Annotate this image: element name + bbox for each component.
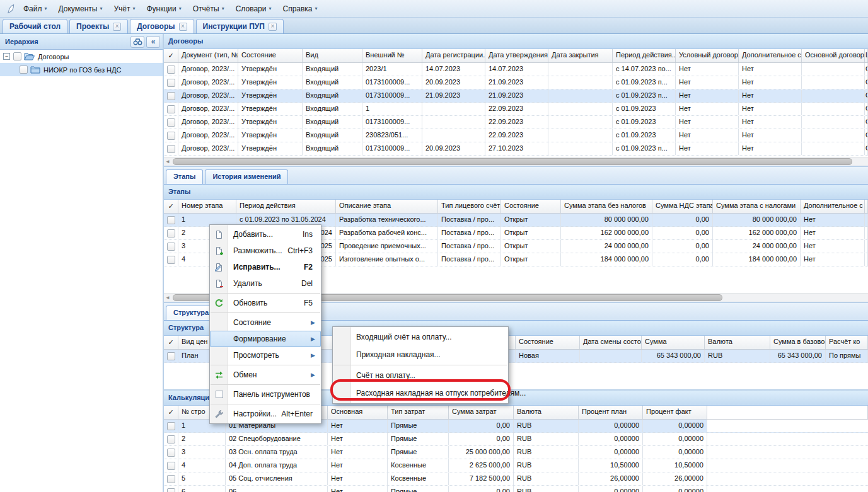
collapse-node-icon[interactable]: − bbox=[3, 53, 10, 60]
workspace-tab[interactable]: Рабочий стол bbox=[3, 19, 67, 33]
menu-item-add[interactable]: Добавить...Ins bbox=[210, 226, 321, 243]
row-checkbox[interactable] bbox=[167, 352, 175, 360]
row-checkbox[interactable] bbox=[167, 475, 175, 483]
scroll-left-icon[interactable]: ◄ bbox=[165, 157, 170, 166]
submenu-item-outgoing-delivery-note[interactable]: Расходная накладная на отпуск потребител… bbox=[333, 384, 508, 402]
tree-node[interactable]: НИОКР по ГОЗ без НДС bbox=[0, 63, 163, 76]
menu-item-state[interactable]: Состояние▶ bbox=[210, 314, 321, 331]
menu-item-settings[interactable]: Настройки...Alt+Enter bbox=[210, 406, 321, 422]
row-checkbox[interactable] bbox=[167, 462, 175, 470]
menu-item-refresh[interactable]: ОбновитьF5 bbox=[210, 295, 321, 311]
menubar-item[interactable]: Справка▾ bbox=[277, 2, 323, 16]
row-checkbox[interactable] bbox=[167, 105, 175, 113]
menubar-item[interactable]: Учёт▾ bbox=[108, 2, 141, 16]
column-header[interactable]: Сумма в базовой в bbox=[770, 336, 826, 349]
column-header[interactable]: Дата регистрации. bbox=[422, 49, 485, 62]
collapse-panel-button[interactable]: « bbox=[146, 36, 160, 48]
section-tab[interactable]: История изменений bbox=[205, 169, 288, 184]
row-checkbox[interactable] bbox=[167, 118, 175, 127]
menu-item-view[interactable]: Просмотреть▶ bbox=[210, 347, 321, 363]
menubar-item[interactable]: Файл▾ bbox=[18, 2, 53, 16]
column-header[interactable]: Валюта bbox=[514, 406, 579, 419]
menu-item-formation[interactable]: Формирование▶ bbox=[210, 331, 321, 347]
column-header[interactable]: Условный договор bbox=[676, 49, 739, 62]
column-header[interactable]: Состояние bbox=[238, 49, 303, 62]
node-checkbox[interactable] bbox=[20, 66, 28, 74]
row-checkbox[interactable] bbox=[167, 145, 175, 153]
contracts-hscrollbar[interactable]: ◄ bbox=[164, 157, 868, 166]
column-header[interactable]: Сумма НДС этапа bbox=[652, 200, 713, 213]
menubar-item[interactable]: Словари▾ bbox=[230, 2, 277, 16]
column-header[interactable]: Основная bbox=[328, 406, 388, 419]
row-checkbox[interactable] bbox=[167, 488, 175, 492]
table-row[interactable]: Договор, 2023/...УтверждёнВходящий017310… bbox=[164, 116, 868, 129]
column-header[interactable]: Период действия.. bbox=[613, 49, 676, 62]
section-tab[interactable]: Структура bbox=[166, 306, 216, 320]
column-header[interactable]: Дополнительное с bbox=[801, 200, 865, 213]
column-header[interactable]: Валюта bbox=[705, 336, 770, 349]
table-row[interactable]: Договор, 2023/...УтверждёнВходящий017310… bbox=[164, 142, 868, 156]
column-header[interactable]: Номер этапа bbox=[178, 200, 236, 213]
column-header[interactable]: Документ (тип, № bbox=[178, 49, 238, 62]
row-checkbox[interactable] bbox=[167, 66, 175, 74]
close-tab-icon[interactable]: × bbox=[113, 23, 121, 31]
menu-item-exchange[interactable]: Обмен▶ bbox=[210, 367, 321, 383]
scroll-left-icon[interactable]: ◄ bbox=[165, 294, 170, 302]
table-row[interactable]: 505 Соц. отчисленияНетКосвенные7 182 500… bbox=[164, 472, 868, 486]
column-header[interactable]: Сумма bbox=[642, 336, 705, 349]
column-header[interactable] bbox=[707, 406, 868, 419]
column-header[interactable]: Сумма этапа с налогами bbox=[713, 200, 801, 213]
column-header[interactable]: Расчёт ко bbox=[826, 336, 868, 349]
close-tab-icon[interactable]: × bbox=[179, 23, 187, 31]
row-checkbox[interactable] bbox=[167, 422, 175, 430]
menubar-item[interactable]: Документы▾ bbox=[53, 2, 108, 16]
table-row[interactable]: 404 Доп. оплата трудаНетКосвенные2 625 0… bbox=[164, 459, 868, 472]
table-row[interactable]: Договор, 2023/...УтверждёнВходящий017310… bbox=[164, 89, 868, 103]
column-header[interactable]: Тип затрат bbox=[388, 406, 449, 419]
table-row[interactable]: Договор, 2023/...УтверждёнВходящий122.09… bbox=[164, 103, 868, 116]
column-header[interactable]: Вид bbox=[303, 49, 362, 62]
menubar-item[interactable]: Функции▾ bbox=[141, 2, 187, 16]
search-button[interactable] bbox=[130, 36, 144, 48]
table-row[interactable]: Договор, 2023/...УтверждёнВходящий230823… bbox=[164, 129, 868, 142]
column-header[interactable]: Дата утверждения bbox=[485, 49, 548, 62]
submenu-item-receipt-note[interactable]: Приходная накладная... bbox=[333, 346, 508, 363]
workspace-tab[interactable]: Проекты× bbox=[69, 19, 128, 33]
column-header[interactable]: Тип лицевого счёт bbox=[438, 200, 501, 213]
submenu-item-invoice[interactable]: Счёт на оплату... bbox=[333, 367, 508, 384]
column-header[interactable] bbox=[865, 200, 868, 213]
row-checkbox[interactable] bbox=[167, 216, 175, 224]
column-header[interactable]: Сумма этапа без налогов bbox=[561, 200, 652, 213]
row-checkbox[interactable] bbox=[167, 79, 175, 87]
table-row[interactable]: 606НетПрямые0,00RUB0,000000,00000 bbox=[164, 486, 868, 492]
scroll-thumb[interactable] bbox=[173, 158, 852, 165]
row-checkbox[interactable] bbox=[167, 229, 175, 237]
section-tab[interactable]: Этапы bbox=[166, 169, 203, 184]
column-header[interactable]: Дата смены состоя bbox=[580, 336, 642, 349]
column-header[interactable]: Сумма затрат bbox=[449, 406, 514, 419]
menu-item-duplicate[interactable]: Размножить...Ctrl+F3 bbox=[210, 243, 321, 259]
column-header[interactable]: Внешний № bbox=[362, 49, 422, 62]
workspace-tab[interactable]: Инструкции ПУП× bbox=[196, 19, 284, 33]
row-checkbox[interactable] bbox=[167, 243, 175, 251]
menubar-item[interactable]: Отчёты▾ bbox=[187, 2, 230, 16]
close-tab-icon[interactable]: × bbox=[269, 23, 277, 31]
column-header[interactable]: Описание этапа bbox=[336, 200, 438, 213]
row-checkbox[interactable] bbox=[167, 132, 175, 140]
column-header[interactable]: Состояние bbox=[516, 336, 580, 349]
workspace-tab[interactable]: Договоры× bbox=[130, 19, 194, 33]
menu-item-toolbar-panel[interactable]: Панель инструментов bbox=[210, 386, 321, 403]
row-checkbox[interactable] bbox=[167, 256, 175, 264]
column-header[interactable]: Основной договор bbox=[802, 49, 865, 62]
column-header[interactable]: Процент факт bbox=[643, 406, 707, 419]
table-row[interactable]: 202 СпецоборудованиеНетПрямые0,00RUB0,00… bbox=[164, 433, 868, 446]
column-header[interactable]: Дополнительное с bbox=[739, 49, 802, 62]
node-checkbox[interactable] bbox=[13, 52, 21, 60]
row-checkbox[interactable] bbox=[167, 449, 175, 457]
quill-app-icon[interactable] bbox=[4, 4, 18, 14]
menu-item-edit[interactable]: Исправить...F2 bbox=[210, 259, 321, 275]
column-header[interactable]: Процент план bbox=[579, 406, 643, 419]
column-header[interactable]: Состояние bbox=[501, 200, 561, 213]
table-row[interactable]: Договор, 2023/...УтверждёнВходящий2023/1… bbox=[164, 63, 868, 76]
column-header[interactable]: Ц bbox=[865, 49, 868, 62]
